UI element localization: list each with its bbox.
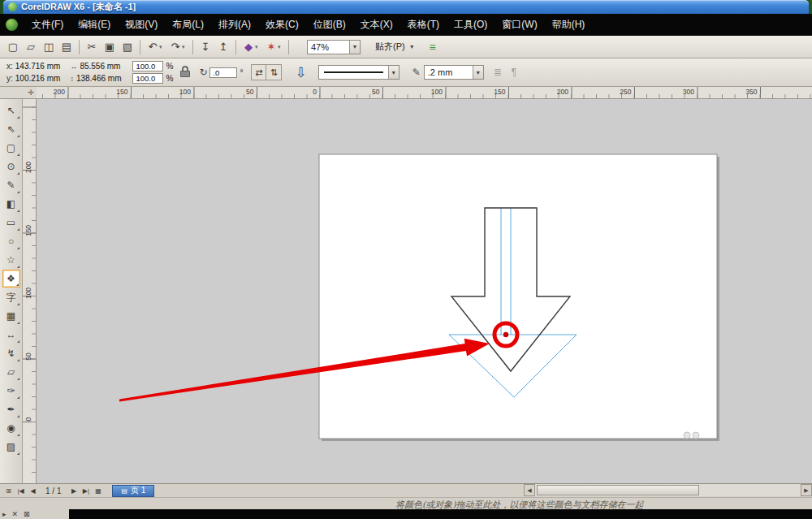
outline-style-caret-icon[interactable]: ▼ [388, 66, 399, 79]
vertical-ruler[interactable]: 200150100500 [23, 99, 37, 483]
paste-button[interactable]: ▧ [119, 38, 136, 56]
menu-item-effects[interactable]: 效果(C) [258, 14, 306, 36]
hruler-label: 350 [745, 88, 759, 96]
y-position-field[interactable]: 100.216 mm [15, 74, 61, 83]
outline-width-value: .2 mm [425, 67, 473, 77]
print-button[interactable]: ▤ [58, 38, 76, 56]
scroll-right-button[interactable]: ▶ [801, 484, 812, 496]
polygon-tool[interactable]: ☆ [2, 251, 20, 269]
next-page-button[interactable]: ▶ [67, 487, 80, 495]
x-position-field[interactable]: 143.716 mm [15, 62, 61, 71]
smart-fill-tool[interactable]: ◧ [2, 195, 20, 213]
welcome-screen-button-dropdown-icon[interactable]: ▾ [278, 44, 285, 50]
page-tab[interactable]: ▤ 页 1 [112, 485, 154, 497]
drawing-canvas[interactable] [37, 99, 812, 483]
menu-item-view[interactable]: 视图(V) [118, 14, 165, 36]
previous-page-button[interactable]: ◀ [27, 487, 39, 495]
fill-tool[interactable]: ◉ [2, 419, 20, 437]
hruler-label: 200 [54, 88, 67, 96]
menu-item-window[interactable]: 窗口(W) [495, 14, 544, 36]
menu-item-tools[interactable]: 工具(O) [447, 14, 495, 36]
last-page-button[interactable]: ▶| [80, 487, 92, 495]
freehand-tool[interactable]: ✎ [2, 176, 20, 194]
scroll-left-button[interactable]: ◀ [524, 484, 535, 496]
save-button[interactable]: ◫ [40, 38, 58, 56]
menu-item-bitmaps[interactable]: 位图(B) [306, 14, 353, 36]
hruler-label: 150 [494, 88, 508, 96]
height-field[interactable]: 138.466 mm [76, 74, 122, 83]
palette-flyout-arrow-icon[interactable]: ▸ [2, 510, 6, 518]
zoom-tool[interactable]: ⊙ [2, 158, 20, 175]
rectangle-tool[interactable]: ▭ [2, 214, 20, 231]
menu-item-layout[interactable]: 布局(L) [165, 14, 211, 36]
ruler-origin-icon: ✛ [28, 89, 34, 97]
ruler-corner[interactable]: ✛ [0, 87, 37, 99]
scale-v-field[interactable]: 100.0 [132, 73, 163, 84]
outline-width-caret-icon[interactable]: ▼ [473, 66, 483, 79]
standard-toolbar: ▢▱◫▤✂▣▧↶▾↷▾↧↥◆▾✶▾ 47% ▼ 贴齐(P) ▼ ≡ [0, 36, 812, 58]
snap-to-label: 贴齐(P) [375, 41, 405, 53]
vruler-label: 0 [24, 412, 32, 426]
interactive-fill-tool[interactable]: ▨ [2, 438, 20, 456]
document-page[interactable] [319, 154, 717, 439]
undo-button-dropdown-icon[interactable]: ▾ [159, 44, 166, 50]
page-menu-button[interactable]: ▦ [92, 487, 104, 495]
wrap-text-button[interactable]: ≣ [494, 67, 502, 78]
no-fill-swatch-icon[interactable]: ✕ [12, 510, 19, 518]
outline-swatch-icon[interactable]: ⊠ [24, 510, 30, 518]
menu-item-help[interactable]: 帮助(H) [545, 14, 593, 36]
basic-shapes-tool[interactable]: ❖ [2, 270, 20, 288]
connector-tool[interactable]: ↯ [2, 344, 20, 362]
ellipse-tool[interactable]: ○ [2, 232, 20, 250]
new-button[interactable]: ▢ [4, 38, 22, 56]
menu-item-text[interactable]: 文本(X) [353, 14, 400, 36]
horizontal-scrollbar[interactable]: ◀ ▶ [524, 484, 812, 496]
import-button[interactable]: ↧ [197, 38, 214, 56]
scale-h-field[interactable]: 100.0 [132, 61, 163, 71]
copy-button[interactable]: ▣ [101, 38, 119, 56]
text-tool[interactable]: 字 [2, 288, 20, 306]
zoom-caret-icon[interactable]: ▼ [349, 41, 360, 54]
outline-width-select[interactable]: .2 mm ▼ [424, 65, 484, 80]
open-button[interactable]: ▱ [22, 38, 40, 56]
crop-tool[interactable]: ▢ [2, 139, 20, 157]
menu-item-file[interactable]: 文件(F) [24, 14, 71, 36]
text-properties-button[interactable]: ¶ [512, 67, 516, 78]
application-launcher-button-dropdown-icon[interactable]: ▾ [255, 44, 262, 50]
mirror-buttons: ⇄ ⇅ [251, 64, 282, 80]
pick-tool[interactable]: ↖ [2, 102, 20, 119]
hruler-label: 100 [431, 88, 445, 96]
menu-item-arrange[interactable]: 排列(A) [211, 14, 258, 36]
export-button[interactable]: ↥ [214, 38, 232, 56]
hruler-label: 150 [116, 88, 130, 96]
outline-style-select[interactable]: ▼ [318, 65, 400, 80]
dimension-tool[interactable]: ↔ [2, 326, 20, 344]
menu-item-table[interactable]: 表格(T) [400, 14, 447, 36]
mirror-horizontal-button[interactable]: ⇄ [252, 65, 266, 80]
horizontal-ruler[interactable]: 20015010050050100150200250300350 [37, 87, 812, 99]
add-page-button[interactable]: ⊞ [2, 487, 15, 495]
toolbar-buttons: ▢▱◫▤✂▣▧↶▾↷▾↧↥◆▾✶▾ [4, 38, 292, 56]
outline-pen-tool[interactable]: ✒ [2, 400, 20, 418]
options-button[interactable]: ≡ [430, 41, 436, 54]
hruler-label: 200 [557, 88, 571, 96]
width-field[interactable]: 85.556 mm [80, 62, 120, 71]
first-page-button[interactable]: |◀ [15, 487, 27, 495]
drop-shadow-tool[interactable]: ▱ [2, 363, 20, 381]
cut-button[interactable]: ✂ [83, 38, 101, 56]
table-tool[interactable]: ▦ [2, 307, 20, 325]
zoom-level-select[interactable]: 47% ▼ [307, 40, 361, 54]
lock-ratio-button[interactable] [179, 64, 192, 80]
mirror-vertical-button[interactable]: ⇅ [266, 65, 281, 80]
scrollbar-thumb[interactable] [537, 485, 699, 495]
menu-item-edit[interactable]: 编辑(E) [71, 14, 118, 36]
page-indicator: 1 / 1 [45, 487, 61, 495]
perfect-shapes-dropdown[interactable]: ⇩ [295, 64, 306, 81]
title-bar[interactable]: CorelDRAW X6 - [未命名 -1] [3, 0, 809, 14]
shape-tool[interactable]: ⇖ [2, 120, 20, 138]
redo-button-dropdown-icon[interactable]: ▾ [182, 44, 189, 50]
rotation-field[interactable]: .0 [209, 67, 237, 78]
color-eyedropper-tool[interactable]: ✑ [2, 382, 20, 400]
scrollbar-track[interactable] [535, 484, 801, 496]
snap-to-dropdown[interactable]: 贴齐(P) ▼ [375, 41, 415, 53]
